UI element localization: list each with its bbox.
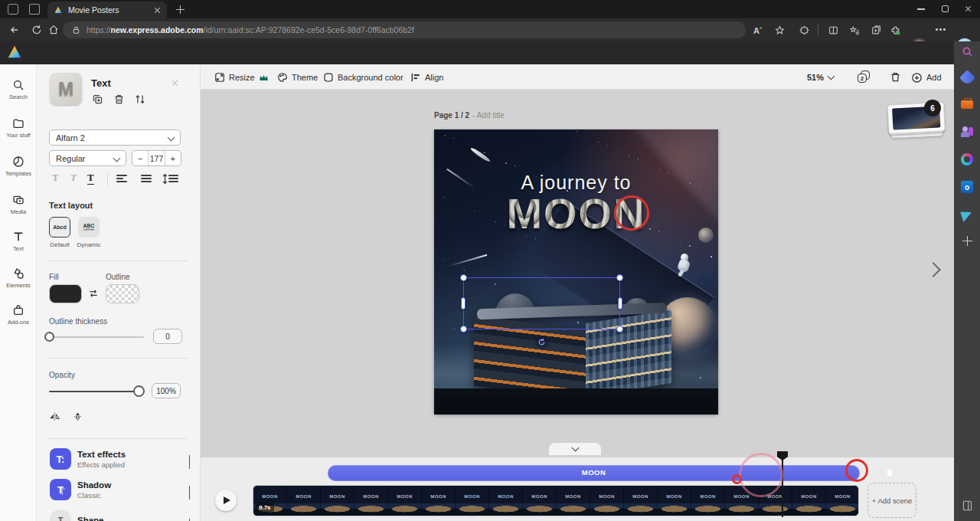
sidebar-search-icon[interactable]	[959, 44, 975, 59]
tab-close-icon[interactable]	[154, 7, 161, 14]
list-icon[interactable]	[141, 175, 152, 182]
opacity-slider[interactable]	[49, 391, 139, 392]
split-screen-icon[interactable]	[828, 25, 838, 35]
msn-icon[interactable]	[959, 208, 975, 223]
outline-color-swatch[interactable]	[106, 284, 139, 303]
collections-icon[interactable]	[871, 25, 881, 35]
shadow-row[interactable]: T Shadow Classic	[37, 479, 201, 510]
filmstrip-frame[interactable]: MOON	[658, 486, 691, 516]
filmstrip-frame[interactable]: MOON	[557, 486, 590, 516]
trash-icon[interactable]	[113, 93, 125, 105]
align-text-icon[interactable]	[116, 175, 127, 182]
browser-essentials-icon[interactable]	[799, 25, 809, 35]
selection-handle-e[interactable]	[618, 297, 622, 310]
filmstrip-frame[interactable]: MOON	[287, 486, 321, 516]
tab-actions-icon[interactable]	[29, 4, 40, 15]
text-size-icon[interactable]: A^	[753, 26, 762, 35]
italic-icon[interactable]: T	[70, 172, 77, 184]
theme-button[interactable]: Theme	[277, 70, 318, 85]
sidebar-item-elements[interactable]: Elements	[0, 260, 37, 296]
filmstrip-frame[interactable]: MOON	[456, 486, 489, 516]
outlook-icon[interactable]: o	[959, 179, 975, 195]
selection-handle-ne[interactable]	[616, 274, 623, 281]
fill-color-swatch[interactable]	[49, 284, 82, 303]
add-scene-button[interactable]: + Add scene	[867, 483, 916, 518]
sidebar-item-search[interactable]: Search	[0, 72, 37, 107]
filmstrip-frame[interactable]: MOON	[253, 486, 287, 516]
font-size-increase[interactable]: +	[165, 151, 181, 165]
delete-page-icon[interactable]	[890, 71, 901, 83]
flip-vertical-icon[interactable]	[72, 411, 83, 422]
page-title-hint[interactable]: - Add title	[472, 111, 505, 120]
outline-thickness-slider[interactable]	[49, 336, 144, 338]
favorites-bar-icon[interactable]	[850, 25, 860, 35]
flip-horizontal-icon[interactable]	[49, 411, 62, 422]
text-effects-row[interactable]: T: Text effects Effects applied	[37, 448, 201, 479]
back-icon[interactable]	[9, 25, 20, 35]
filmstrip-frame[interactable]: MOON	[321, 486, 354, 516]
tools-icon[interactable]	[959, 97, 975, 112]
filmstrip-frame[interactable]: MOON	[422, 486, 456, 516]
favorites-star-icon[interactable]	[775, 25, 785, 35]
pages-view-icon[interactable]: 2	[858, 70, 871, 84]
sidebar-panel-icon[interactable]	[959, 498, 975, 513]
align-button[interactable]: Align	[410, 70, 443, 85]
playhead[interactable]	[782, 453, 783, 517]
selection-handle-nw[interactable]	[460, 274, 467, 281]
line-spacing-icon[interactable]	[168, 175, 178, 182]
sidebar-item-templates[interactable]: Templates	[0, 149, 37, 184]
outline-thickness-thumb[interactable]	[44, 332, 54, 342]
layout-default-tile[interactable]: Abcd	[49, 217, 70, 238]
selection-handle-w[interactable]	[461, 297, 466, 310]
sidebar-item-text[interactable]: Text	[0, 224, 37, 259]
selection-handle-se[interactable]	[616, 326, 623, 333]
games-icon[interactable]	[959, 152, 975, 167]
underline-icon[interactable]: T	[87, 172, 94, 185]
sidebar-item-your-stuff[interactable]: Your stuff	[0, 110, 37, 146]
shape-row[interactable]: T Shape	[37, 510, 201, 521]
sidebar-item-add-ons[interactable]: Add-ons	[0, 297, 37, 333]
font-family-select[interactable]: Alfarn 2	[49, 129, 181, 146]
zoom-control[interactable]: 51%	[807, 70, 834, 85]
window-maximize-button[interactable]	[942, 5, 949, 12]
filmstrip-frame[interactable]: MOON	[354, 486, 388, 516]
panel-close-icon[interactable]	[172, 80, 180, 88]
browser-more-icon[interactable]	[936, 28, 946, 31]
text-selection-box[interactable]	[463, 277, 620, 329]
refresh-icon[interactable]	[31, 25, 42, 35]
next-page-chevron[interactable]	[926, 262, 941, 277]
opacity-value[interactable]: 100%	[152, 383, 181, 398]
filmstrip-frame[interactable]: MOON	[792, 486, 826, 516]
bold-icon[interactable]: T	[52, 172, 59, 184]
new-tab-button[interactable]	[176, 5, 185, 14]
browser-tab[interactable]: Movie Posters	[47, 2, 167, 18]
selection-handle-sw[interactable]	[460, 326, 467, 333]
font-size-decrease[interactable]: −	[132, 151, 148, 165]
opacity-thumb[interactable]	[133, 385, 145, 397]
swap-colors-icon[interactable]	[88, 288, 99, 299]
playhead-handle[interactable]	[777, 451, 788, 460]
duplicate-icon[interactable]	[92, 93, 103, 105]
home-icon[interactable]	[48, 25, 59, 35]
layout-dynamic-tile[interactable]: ABC DEFGH	[78, 217, 100, 238]
reorder-layers-icon[interactable]	[134, 93, 146, 105]
customize-sidebar-icon[interactable]	[959, 233, 975, 248]
font-size-value[interactable]: 177	[148, 151, 165, 165]
window-close-button[interactable]	[965, 5, 973, 14]
filmstrip-frame[interactable]: MOON	[388, 486, 422, 516]
extensions-icon[interactable]	[890, 25, 900, 35]
filmstrip-frame[interactable]: MOON	[590, 486, 624, 516]
font-size-stepper[interactable]: − 177 +	[132, 150, 181, 166]
timeline-collapse-tab[interactable]	[549, 443, 601, 455]
window-minimize-button[interactable]	[917, 8, 925, 10]
filmstrip-frame[interactable]: MOON	[624, 486, 658, 516]
filmstrip-frame[interactable]: MOON	[691, 486, 725, 516]
filmstrip-frame[interactable]: MOON	[523, 486, 557, 516]
outline-thickness-value[interactable]: 0	[153, 329, 182, 344]
background-color-button[interactable]: Background color	[323, 70, 403, 85]
add-button[interactable]: Add	[911, 70, 942, 85]
people-icon[interactable]	[959, 124, 975, 139]
resize-button[interactable]: Resize	[214, 70, 269, 85]
poster-title-text[interactable]: MOON	[434, 188, 718, 238]
filmstrip-frame[interactable]: MOON	[489, 486, 523, 516]
